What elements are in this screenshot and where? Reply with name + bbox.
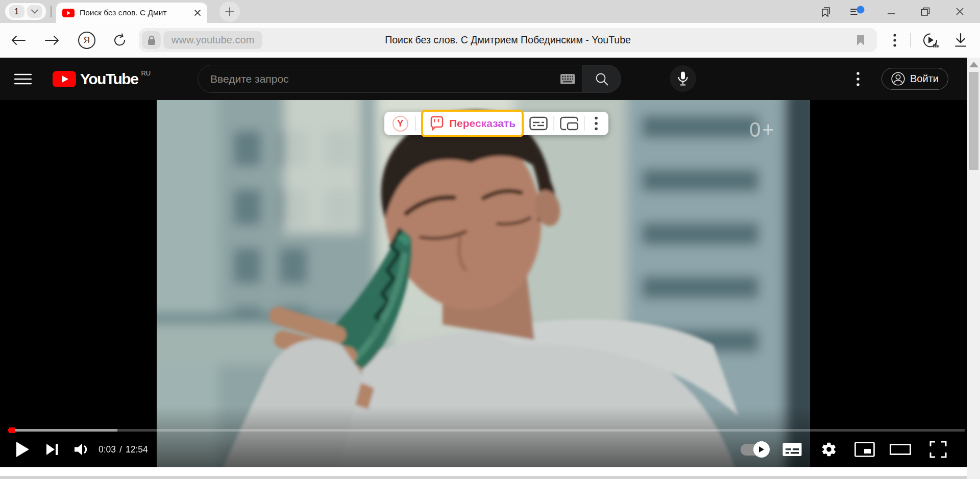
overlay-separator [584, 116, 585, 131]
scrollbar-thumb[interactable] [969, 72, 978, 170]
overlay-pip-button[interactable] [559, 114, 579, 133]
kebab-menu-icon [595, 116, 598, 131]
yandex-letter: Я [84, 35, 90, 45]
search-input[interactable] [198, 65, 582, 92]
back-button[interactable] [8, 23, 29, 58]
yt-settings-menu-button[interactable] [856, 58, 860, 100]
browser-menu-button[interactable] [885, 23, 905, 58]
subtitles-button[interactable] [780, 434, 804, 465]
microphone-icon [677, 71, 689, 86]
reload-button[interactable] [110, 23, 130, 58]
close-icon [955, 7, 964, 16]
new-tab-button[interactable] [219, 2, 240, 22]
progress-bar[interactable] [8, 429, 965, 432]
retell-label: Пересказать [449, 117, 516, 130]
quote-bubble-icon [429, 116, 445, 131]
time-display: 0:03 / 12:54 [99, 434, 148, 465]
retell-button[interactable]: Пересказать [421, 110, 524, 137]
theater-icon [890, 444, 911, 455]
forward-button[interactable] [42, 23, 62, 58]
fullscreen-icon [929, 441, 947, 458]
scroll-up-arrow-icon[interactable] [969, 62, 978, 67]
scrubber-handle[interactable] [9, 427, 15, 433]
bookmarks-panel-icon [820, 6, 832, 18]
forward-arrow-icon [44, 35, 60, 46]
page-scrollbar[interactable] [967, 58, 980, 479]
tab-bar: 1 Поиск без слов. С Дмит [0, 0, 980, 23]
sign-in-button[interactable]: Войти [881, 68, 948, 90]
bookmark-button[interactable] [851, 31, 870, 49]
fullscreen-button[interactable] [925, 434, 951, 465]
yandex-y-icon: Y [393, 116, 408, 132]
downloads-button[interactable] [950, 23, 971, 58]
voice-search-button[interactable] [670, 65, 696, 92]
active-tab[interactable]: Поиск без слов. С Дмит [56, 3, 207, 23]
url-domain[interactable]: www.youtube.com [163, 31, 262, 49]
media-play-icon [922, 32, 939, 49]
restore-button[interactable] [916, 0, 935, 23]
media-player-button[interactable] [920, 23, 941, 58]
minimize-button[interactable] [882, 0, 900, 23]
profile-menu-button[interactable] [848, 0, 867, 23]
person-icon [891, 72, 905, 86]
page-content-strip [0, 467, 980, 476]
tab-counter[interactable]: 1 [5, 3, 46, 20]
next-button[interactable] [41, 434, 63, 465]
yandex-logo-icon: Я [78, 32, 95, 49]
time-divider: / [119, 444, 122, 455]
search-field[interactable] [198, 65, 582, 93]
window-close-button[interactable] [950, 0, 969, 23]
page-edge-strip [0, 476, 980, 479]
overlay-menu-button[interactable] [590, 114, 602, 133]
guide-button[interactable] [14, 58, 32, 100]
restore-icon [921, 7, 930, 16]
tab-close-icon[interactable] [194, 9, 201, 16]
miniplayer-button[interactable] [851, 434, 878, 465]
youtube-play-icon [53, 71, 76, 87]
overlay-separator [553, 116, 554, 131]
download-icon [953, 33, 968, 48]
side-panel-button[interactable] [817, 0, 835, 23]
address-bar[interactable]: www.youtube.com Поиск без слов. С Дмитри… [139, 28, 877, 52]
autoplay-toggle[interactable] [739, 434, 770, 465]
toolbar-separator [910, 33, 911, 47]
time-current: 0:03 [99, 444, 116, 455]
tab-list-chevron[interactable] [27, 5, 42, 18]
picture-in-picture-icon [560, 116, 578, 131]
volume-button[interactable] [70, 434, 93, 465]
overlay-captions-button[interactable] [529, 114, 548, 133]
settings-button[interactable] [817, 434, 841, 465]
youtube-masthead: YouTube RU [0, 58, 980, 100]
next-icon [45, 443, 59, 456]
buffer-bar [8, 429, 117, 432]
tab-separator [51, 6, 52, 17]
chevron-down-icon [31, 9, 38, 14]
youtube-logo[interactable]: YouTube RU [53, 58, 151, 100]
age-rating-badge: 0+ [749, 118, 776, 141]
keyboard-icon[interactable] [560, 74, 575, 84]
miniplayer-icon [854, 442, 875, 457]
navigation-toolbar: Я www.youtube.com Поиск без слов. С Дмит… [0, 23, 980, 58]
play-icon [15, 441, 30, 458]
site-security-button[interactable] [142, 31, 161, 49]
bookmark-icon [856, 34, 865, 46]
profile-menu-icon [850, 6, 865, 18]
subtitles-icon [782, 442, 802, 457]
kebab-menu-icon [856, 71, 860, 87]
search-button[interactable] [582, 65, 621, 93]
tab-count[interactable]: 1 [9, 5, 24, 18]
hamburger-menu-icon [14, 73, 32, 85]
video-player[interactable]: 0+ Y Пересказать [0, 100, 980, 467]
play-button[interactable] [11, 434, 34, 465]
sign-in-label: Войти [910, 73, 939, 85]
overlay-separator [415, 116, 416, 131]
kebab-menu-icon [893, 34, 896, 47]
tab-title: Поиск без слов. С Дмит [80, 8, 189, 17]
yandex-home-button[interactable]: Я [77, 23, 97, 58]
browser-window: 1 Поиск без слов. С Дмит [0, 0, 980, 479]
web-page: YouTube RU [0, 58, 980, 479]
yandex-button[interactable]: Y [390, 114, 410, 133]
autoplay-knob [753, 441, 770, 458]
youtube-region: RU [141, 69, 151, 77]
theater-mode-button[interactable] [887, 434, 914, 465]
